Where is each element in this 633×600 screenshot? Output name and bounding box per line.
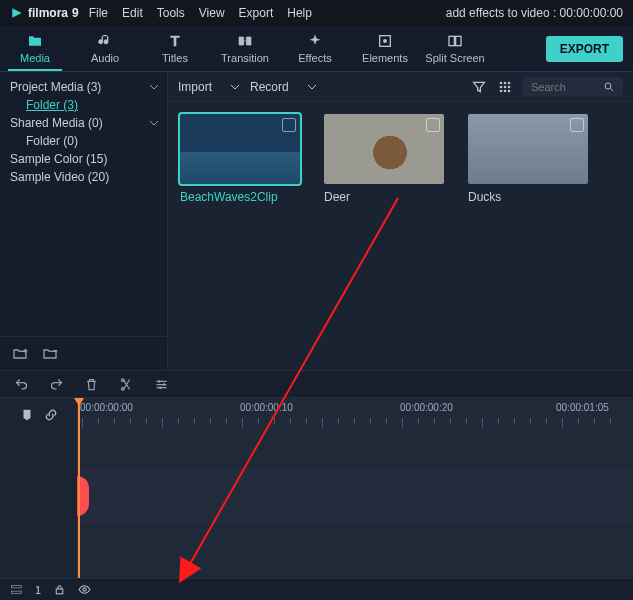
timeline-toolbar bbox=[0, 370, 633, 398]
record-dropdown[interactable]: Record bbox=[250, 80, 317, 94]
clip-label: Ducks bbox=[468, 190, 596, 204]
tree-project-media[interactable]: Project Media (3) bbox=[0, 78, 167, 96]
menu-file[interactable]: File bbox=[89, 6, 108, 20]
timeline-ruler[interactable]: 00:00:00:00 00:00:00:10 00:00:00:20 00:0… bbox=[78, 398, 633, 432]
tab-transition[interactable]: Transition bbox=[210, 26, 280, 71]
timeline-gutter-head bbox=[0, 398, 78, 432]
ruler-ticks bbox=[78, 418, 633, 428]
track-lanes[interactable] bbox=[78, 432, 633, 578]
svg-point-17 bbox=[163, 383, 166, 386]
tab-titles[interactable]: Titles bbox=[140, 26, 210, 71]
timeline-tracks bbox=[0, 432, 633, 578]
tree-label: Sample Color (15) bbox=[10, 152, 107, 166]
marker-icon[interactable] bbox=[20, 408, 34, 422]
tab-split-screen[interactable]: Split Screen bbox=[420, 26, 490, 71]
menu-tools[interactable]: Tools bbox=[157, 6, 185, 20]
tree-label: Folder (3) bbox=[26, 98, 78, 112]
import-dropdown[interactable]: Import bbox=[178, 80, 240, 94]
clip-deer[interactable]: Deer bbox=[324, 114, 452, 204]
lock-icon[interactable] bbox=[53, 583, 66, 596]
menu-export[interactable]: Export bbox=[239, 6, 274, 20]
clip-thumbnail bbox=[468, 114, 588, 184]
search-input[interactable] bbox=[531, 81, 601, 93]
tool-tabs: Media Audio Titles Transition Effects El… bbox=[0, 26, 633, 72]
tab-audio[interactable]: Audio bbox=[70, 26, 140, 71]
clip-beachwaves[interactable]: BeachWaves2Clip bbox=[180, 114, 308, 204]
clip-thumbnail bbox=[180, 114, 300, 184]
tab-media[interactable]: Media bbox=[0, 26, 70, 71]
transition-icon bbox=[237, 33, 253, 49]
titlebar: filmora9 File Edit Tools View Export Hel… bbox=[0, 0, 633, 26]
redo-icon[interactable] bbox=[49, 377, 64, 392]
new-folder-icon[interactable] bbox=[12, 346, 28, 362]
adjust-icon[interactable] bbox=[154, 377, 169, 392]
tree-label: Shared Media (0) bbox=[10, 116, 103, 130]
elements-icon bbox=[377, 33, 393, 49]
tracks-icon[interactable] bbox=[10, 583, 23, 596]
media-sidebar: Project Media (3) Folder (3) Shared Medi… bbox=[0, 72, 168, 370]
tab-transition-label: Transition bbox=[221, 52, 269, 64]
tab-split-label: Split Screen bbox=[425, 52, 484, 64]
ruler-label: 00:00:00:00 bbox=[80, 402, 133, 413]
chevron-down-icon bbox=[230, 82, 240, 92]
svg-point-18 bbox=[159, 386, 162, 389]
tab-effects[interactable]: Effects bbox=[280, 26, 350, 71]
content-area: Project Media (3) Folder (3) Shared Medi… bbox=[0, 72, 633, 370]
video-track-1[interactable] bbox=[78, 468, 633, 524]
undo-icon[interactable] bbox=[14, 377, 29, 392]
delete-icon[interactable] bbox=[84, 377, 99, 392]
search-box[interactable] bbox=[523, 77, 623, 97]
split-icon bbox=[447, 33, 463, 49]
filter-icon[interactable] bbox=[471, 79, 487, 95]
svg-point-6 bbox=[508, 81, 511, 84]
ruler-label: 00:00:01:05 bbox=[556, 402, 609, 413]
tree-sample-color[interactable]: Sample Color (15) bbox=[0, 150, 167, 168]
sidebar-footer bbox=[0, 336, 167, 370]
timeline-header: 00:00:00:00 00:00:00:10 00:00:00:20 00:0… bbox=[0, 398, 633, 432]
track-count: 1 bbox=[35, 584, 41, 596]
svg-point-5 bbox=[504, 81, 507, 84]
record-label: Record bbox=[250, 80, 289, 94]
tab-titles-label: Titles bbox=[162, 52, 188, 64]
browser-toolbar: Import Record bbox=[168, 72, 633, 102]
media-grid: BeachWaves2Clip Deer Ducks bbox=[168, 102, 633, 370]
svg-point-12 bbox=[508, 89, 511, 92]
svg-rect-20 bbox=[12, 591, 22, 593]
svg-point-15 bbox=[122, 378, 125, 381]
clip-ducks[interactable]: Ducks bbox=[468, 114, 596, 204]
text-icon bbox=[167, 33, 183, 49]
link-icon[interactable] bbox=[44, 408, 58, 422]
tab-elements[interactable]: Elements bbox=[350, 26, 420, 71]
tree-sample-video[interactable]: Sample Video (20) bbox=[0, 168, 167, 186]
status-bar: 1 bbox=[0, 578, 633, 600]
svg-rect-3 bbox=[456, 36, 461, 45]
svg-point-4 bbox=[500, 81, 503, 84]
menu-edit[interactable]: Edit bbox=[122, 6, 143, 20]
tree-folder-0[interactable]: Folder (0) bbox=[0, 132, 167, 150]
svg-point-14 bbox=[122, 387, 125, 390]
split-clip-icon[interactable] bbox=[119, 377, 134, 392]
svg-point-13 bbox=[605, 83, 611, 89]
tree-label: Folder (0) bbox=[26, 134, 78, 148]
sparkle-icon bbox=[307, 33, 323, 49]
svg-point-22 bbox=[83, 588, 86, 591]
tree-folder-3[interactable]: Folder (3) bbox=[0, 96, 167, 114]
menu-help[interactable]: Help bbox=[287, 6, 312, 20]
grid-view-icon[interactable] bbox=[497, 79, 513, 95]
timeline[interactable]: 00:00:00:00 00:00:00:10 00:00:00:20 00:0… bbox=[0, 398, 633, 578]
svg-point-9 bbox=[508, 85, 511, 88]
tree-label: Project Media (3) bbox=[10, 80, 101, 94]
app-logo: filmora9 bbox=[10, 6, 79, 20]
export-button[interactable]: EXPORT bbox=[546, 36, 623, 62]
svg-point-1 bbox=[383, 39, 387, 43]
delete-folder-icon[interactable] bbox=[42, 346, 58, 362]
eye-icon[interactable] bbox=[78, 583, 91, 596]
tree-label: Sample Video (20) bbox=[10, 170, 109, 184]
svg-point-8 bbox=[504, 85, 507, 88]
media-browser: Import Record BeachWaves2Clip bbox=[168, 72, 633, 370]
menu-view[interactable]: View bbox=[199, 6, 225, 20]
tree-shared-media[interactable]: Shared Media (0) bbox=[0, 114, 167, 132]
clip-label: Deer bbox=[324, 190, 452, 204]
svg-rect-2 bbox=[449, 36, 454, 45]
clip-head-marker[interactable] bbox=[77, 476, 89, 516]
